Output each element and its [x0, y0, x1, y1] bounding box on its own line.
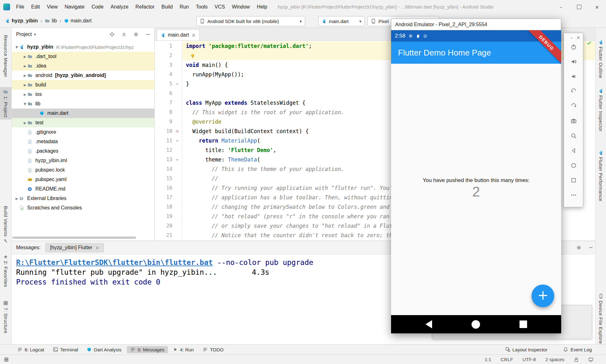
power-icon[interactable] — [571, 44, 577, 50]
back-icon[interactable] — [571, 148, 577, 154]
volume-up-icon[interactable] — [571, 59, 577, 65]
device-selector[interactable]: Android SDK built for x86 (mobile) ▾ — [196, 16, 305, 26]
messages-tab-flutter[interactable]: [hyzp_yibin] Flutter × — [45, 243, 104, 252]
breadcrumb-item-main-dart[interactable]: main.dart — [64, 18, 92, 24]
fold-marker-icon[interactable] — [172, 79, 182, 89]
tree-item-hyzp-yibin[interactable]: ▼hyzp_yibinR:\FlutterProject\FlutterProj… — [12, 42, 154, 52]
emulator-title-bar[interactable]: Android Emulator - Pixel_2_API_29:5554 — [391, 19, 561, 30]
tree-expand-arrow-icon[interactable]: ▶ — [22, 74, 27, 77]
toolwindow-button-0-messages[interactable]: 0: Messages — [127, 346, 168, 353]
menu-help[interactable]: Help — [253, 0, 271, 14]
toolwindow-button-todo[interactable]: TODO — [199, 346, 227, 353]
home-icon[interactable] — [571, 162, 577, 168]
sidebar-item-build-variants[interactable]: Build Variants — [0, 204, 11, 245]
volume-down-icon[interactable] — [571, 73, 577, 79]
toolwindow-button-layout-inspector[interactable]: Layout Inspector — [502, 346, 551, 353]
fold-marker-icon[interactable] — [172, 136, 182, 145]
rotate-right-icon[interactable] — [571, 103, 577, 109]
tree-item-scratches-and-consoles[interactable]: Scratches and Consoles — [12, 203, 154, 213]
close-button[interactable]: × — [588, 0, 606, 14]
menu-run[interactable]: Run — [176, 0, 192, 14]
menu-code[interactable]: Code — [88, 0, 107, 14]
more-icon[interactable] — [571, 192, 577, 198]
tree-expand-arrow-icon[interactable]: ▶ — [22, 64, 27, 68]
android-overview-button[interactable] — [520, 320, 527, 328]
menu-window[interactable]: Window — [229, 0, 253, 14]
tool-window-switcher-icon[interactable] — [4, 357, 9, 362]
breadcrumb-item-hyzp-yibin[interactable]: hyzp_yibin — [5, 18, 38, 24]
tree-expand-arrow-icon[interactable]: ▶ — [14, 197, 19, 200]
tree-item-idea[interactable]: ▶.idea — [12, 61, 154, 71]
horizontal-scrollbar[interactable] — [12, 237, 136, 239]
breadcrumb-item-lib[interactable]: lib — [45, 18, 57, 24]
status-item-crlf[interactable]: CRLF — [501, 357, 513, 362]
console-link[interactable]: R:\Flutter\FlutterSDK\flutter\bin\flutte… — [16, 258, 213, 267]
tree-item-packages[interactable]: .packages — [12, 146, 154, 156]
project-panel-title[interactable]: Project — [16, 32, 32, 37]
tree-item-main-dart[interactable]: main.dart — [12, 109, 154, 118]
menu-vcs[interactable]: VCS — [211, 0, 229, 14]
minimize-button[interactable]: – — [552, 0, 570, 14]
locate-file-button[interactable] — [110, 32, 115, 37]
editor-tab-main-dart[interactable]: main.dart × — [157, 29, 199, 40]
monitor-icon[interactable] — [588, 357, 593, 362]
tree-expand-arrow-icon[interactable]: ▶ — [22, 93, 27, 96]
tree-item-lib[interactable]: ▼lib — [12, 99, 154, 109]
intention-bulb-icon[interactable] — [190, 54, 195, 58]
tree-item-pubspec-lock[interactable]: pubspec.lock — [12, 165, 154, 175]
hide-panel-button[interactable] — [588, 245, 593, 250]
tree-expand-arrow-icon[interactable]: ▶ — [22, 121, 27, 125]
rotate-left-icon[interactable] — [571, 88, 577, 94]
close-button[interactable]: × — [576, 35, 580, 40]
override-marker-icon[interactable] — [172, 126, 182, 136]
lock-icon[interactable] — [574, 357, 579, 362]
toolwindow-button-4-run[interactable]: 4: Run — [170, 346, 197, 353]
increment-fab-button[interactable]: + — [532, 285, 554, 307]
menu-refactor[interactable]: Refactor — [132, 0, 158, 14]
status-item-2-spaces[interactable]: 2 spaces — [545, 357, 564, 362]
tree-item-test[interactable]: ▶test — [12, 118, 154, 127]
status-item-utf-8[interactable]: UTF-8 — [522, 357, 536, 362]
android-home-button[interactable] — [472, 320, 480, 329]
zoom-icon[interactable] — [571, 133, 577, 139]
tree-item-readme-md[interactable]: MREADME.md — [12, 184, 154, 194]
menu-view[interactable]: View — [43, 0, 61, 14]
tree-item-gitignore[interactable]: .gitignore — [12, 127, 154, 137]
sidebar-item-resource-manager[interactable]: Resource Manager — [0, 33, 11, 79]
toolwindow-button-6-logcat[interactable]: 6: Logcat — [14, 346, 48, 353]
tree-item-pubspec-yaml[interactable]: YMLpubspec.yaml — [12, 175, 154, 184]
toolwindow-button-terminal[interactable]: Terminal — [50, 346, 82, 353]
sidebar-item-flutter-performance[interactable]: Flutter Performance — [596, 148, 606, 203]
fold-marker-icon[interactable] — [172, 155, 182, 164]
status-item-1-1[interactable]: 1:1 — [484, 357, 491, 362]
menu-file[interactable]: File — [13, 0, 28, 14]
overview-icon[interactable] — [571, 177, 577, 183]
sidebar-item-flutter-outline[interactable]: Flutter Outline — [596, 38, 606, 80]
maximize-button[interactable] — [570, 0, 588, 14]
tree-item-build[interactable]: ▶build — [12, 80, 154, 90]
run-configuration-selector[interactable]: main.dart ▾ — [318, 16, 365, 26]
close-tab-icon[interactable]: × — [192, 32, 196, 38]
tree-expand-arrow-icon[interactable]: ▶ — [22, 83, 27, 87]
tree-item-metadata[interactable]: .metadata — [12, 137, 154, 146]
sidebar-item-2-favorites[interactable]: 2: Favorites — [0, 252, 11, 289]
gear-icon[interactable] — [576, 245, 581, 250]
tree-item-dart-tool[interactable]: ▶.dart_tool — [12, 52, 154, 61]
tree-item-hyzp-yibin-iml[interactable]: hyzp_yibin.iml — [12, 156, 154, 165]
sidebar-item-device-file-explorer[interactable]: Device File Explorer — [596, 291, 606, 348]
toolwindow-button-event-log[interactable]: Event Log — [560, 346, 595, 353]
menu-edit[interactable]: Edit — [28, 0, 44, 14]
tree-collapse-arrow-icon[interactable]: ▼ — [22, 102, 27, 106]
menu-analyze[interactable]: Analyze — [107, 0, 132, 14]
menu-navigate[interactable]: Navigate — [61, 0, 88, 14]
tree-item-external-libraries[interactable]: ▶External Libraries — [12, 194, 154, 203]
toolwindow-button-dart-analysis[interactable]: Dart Analysis — [83, 346, 125, 353]
tree-item-ios[interactable]: ▶ios — [12, 90, 154, 99]
tree-item-android[interactable]: ▶android[hyzp_yibin_android] — [12, 71, 154, 80]
menu-build[interactable]: Build — [158, 0, 176, 14]
gear-icon[interactable] — [134, 32, 139, 37]
tree-collapse-arrow-icon[interactable]: ▼ — [14, 45, 19, 49]
hide-panel-button[interactable] — [146, 32, 151, 37]
sidebar-item-1-project[interactable]: 1: Project — [0, 87, 11, 120]
close-tab-icon[interactable]: × — [95, 245, 99, 251]
